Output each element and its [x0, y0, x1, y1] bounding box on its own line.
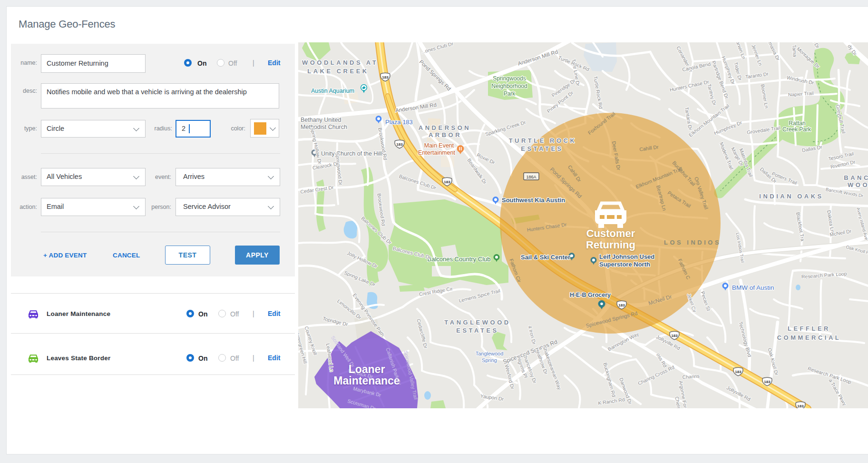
svg-text:Loaner: Loaner	[349, 363, 385, 375]
svg-text:ESTATES: ESTATES	[521, 145, 564, 152]
svg-text:Plaza 183: Plaza 183	[385, 118, 413, 126]
svg-text:Unity Church of the Hills: Unity Church of the Hills	[321, 150, 385, 157]
svg-text:Entertainment: Entertainment	[418, 149, 455, 156]
svg-text:Neighborhood: Neighborhood	[491, 83, 527, 89]
svg-text:183: 183	[618, 303, 625, 307]
svg-text:ANDERSON: ANDERSON	[419, 124, 471, 131]
svg-text:TANGLEWOOD: TANGLEWOOD	[444, 319, 510, 326]
svg-text:183: 183	[735, 370, 741, 374]
svg-text:Bethany United: Bethany United	[301, 117, 341, 123]
svg-text:Southwest Kia Austin: Southwest Kia Austin	[502, 197, 565, 204]
svg-text:Park: Park	[504, 90, 516, 97]
svg-text:Methodist Church: Methodist Church	[301, 124, 347, 130]
svg-text:BANCR: BANCR	[844, 174, 868, 181]
svg-text:Customer: Customer	[586, 227, 635, 239]
svg-text:LAKE CREEK: LAKE CREEK	[307, 68, 369, 75]
svg-text:Austin Aquarium: Austin Aquarium	[311, 88, 354, 94]
svg-text:186A: 186A	[526, 175, 536, 179]
svg-text:LOS INDIOS: LOS INDIOS	[664, 239, 721, 246]
svg-text:INDIAN OAKS: INDIAN OAKS	[759, 193, 823, 200]
svg-text:ARBOR: ARBOR	[429, 131, 462, 138]
svg-text:BMW of Austin: BMW of Austin	[732, 284, 774, 291]
svg-text:Superstore North: Superstore North	[599, 261, 650, 268]
svg-text:Spring: Spring	[482, 357, 497, 363]
svg-text:Sail & Ski Center: Sail & Ski Center	[521, 254, 570, 261]
svg-text:COMMERCIAL: COMMERCIAL	[777, 334, 841, 341]
svg-text:Springwoods: Springwoods	[493, 75, 526, 82]
svg-text:183: 183	[396, 142, 403, 147]
svg-text:183: 183	[444, 180, 450, 184]
svg-text:Returning: Returning	[586, 239, 635, 251]
svg-text:LEFFLER: LEFFLER	[788, 325, 830, 332]
svg-text:183: 183	[382, 75, 389, 79]
svg-text:Balcones Country Club: Balcones Country Club	[428, 256, 491, 263]
svg-text:ESTATES: ESTATES	[456, 327, 499, 334]
svg-text:183: 183	[764, 380, 770, 384]
svg-text:183: 183	[797, 404, 804, 408]
svg-text:Main Event: Main Event	[424, 142, 454, 149]
svg-text:Leif Johnson Used: Leif Johnson Used	[599, 253, 654, 260]
svg-text:TURTLE ROCK: TURTLE ROCK	[509, 137, 577, 144]
svg-text:WOODLANDS AT: WOODLANDS AT	[302, 59, 378, 66]
svg-text:Maintenance: Maintenance	[333, 374, 400, 387]
svg-text:183: 183	[671, 334, 678, 338]
svg-text:Tanglewood: Tanglewood	[476, 351, 504, 356]
svg-text:H-E-B Grocery: H-E-B Grocery	[570, 292, 611, 298]
svg-text:Rattan: Rattan	[789, 120, 805, 127]
svg-text:Creek Park: Creek Park	[782, 126, 811, 133]
svg-text:WOO: WOO	[848, 181, 868, 188]
